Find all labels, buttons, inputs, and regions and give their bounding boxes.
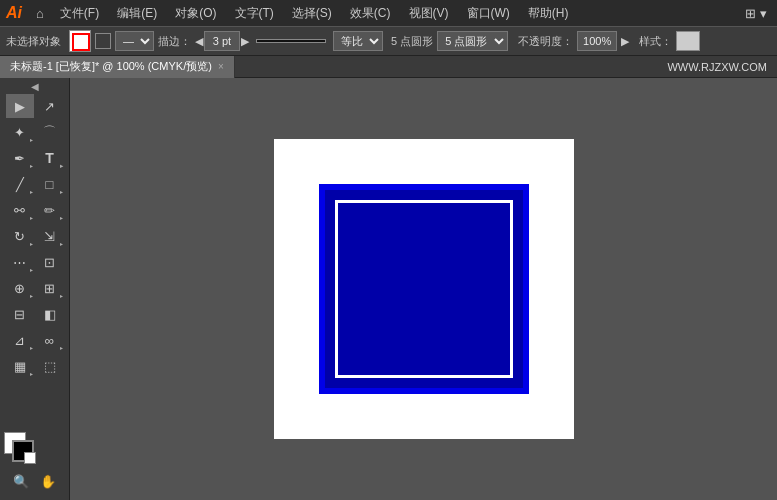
tool-row-5: ⚯▸ ✏▸ xyxy=(0,197,69,223)
view-tool-row: 🔍 ✋ xyxy=(4,468,65,494)
tool-row-11: ▦▸ ⬚ xyxy=(0,353,69,379)
blend-tool-btn[interactable]: ∞▸ xyxy=(36,328,64,352)
artboard xyxy=(274,139,574,439)
tool-row-9: ⊟ ◧ xyxy=(0,301,69,327)
workspace-icon[interactable]: ⊞ ▾ xyxy=(741,4,771,23)
canvas-area[interactable] xyxy=(70,78,777,500)
style-preview[interactable] xyxy=(676,31,700,51)
sidebar-color-section: 🔍 ✋ xyxy=(0,428,69,498)
rotate-tool-btn[interactable]: ↻▸ xyxy=(6,224,34,248)
title-bar: Ai ⌂ 文件(F) 编辑(E) 对象(O) 文字(T) 选择(S) 效果(C)… xyxy=(0,0,777,26)
document-tab[interactable]: 未标题-1 [已恢复]* @ 100% (CMYK/预览) × xyxy=(0,56,235,78)
tab-title: 未标题-1 [已恢复]* @ 100% (CMYK/预览) xyxy=(10,59,212,74)
tool-row-10: ⊿▸ ∞▸ xyxy=(0,327,69,353)
paintbrush-tool-btn[interactable]: ⚯▸ xyxy=(6,198,34,222)
stroke-line-preview xyxy=(256,39,326,43)
main-layout: ◀ ▶ ↗ ✦▸ ⌒ ✒▸ T▸ ╱▸ □▸ ⚯▸ ✏▸ ↻▸ ⇲▸ ⋯▸ ⊡ xyxy=(0,78,777,500)
graph-tool-btn[interactable]: ▦▸ xyxy=(6,354,34,378)
menu-effect[interactable]: 效果(C) xyxy=(344,3,397,24)
magic-wand-tool-btn[interactable]: ✦▸ xyxy=(6,120,34,144)
color-swatches[interactable] xyxy=(4,432,42,464)
line-type-select[interactable]: 等比 xyxy=(333,31,383,51)
zoom-tool-btn[interactable]: 🔍 xyxy=(8,469,34,493)
fill-color-swatch[interactable] xyxy=(69,30,91,52)
menu-text[interactable]: 文字(T) xyxy=(229,3,280,24)
sidebar-collapse-icon[interactable]: ◀ xyxy=(31,81,39,92)
lasso-tool-btn[interactable]: ⌒ xyxy=(36,120,64,144)
line-tool-btn[interactable]: ╱▸ xyxy=(6,172,34,196)
gradient-tool-btn[interactable]: ◧ xyxy=(36,302,64,326)
warp-tool-btn[interactable]: ⋯▸ xyxy=(6,250,34,274)
watermark-text: WWW.RJZXW.COM xyxy=(667,61,777,73)
eyedropper-tool-btn[interactable]: ⊿▸ xyxy=(6,328,34,352)
tool-row-1: ▶ ↗ xyxy=(0,93,69,119)
stroke-type-select[interactable]: — xyxy=(115,31,154,51)
stroke-label: 描边： xyxy=(158,34,191,49)
tool-row-6: ↻▸ ⇲▸ xyxy=(0,223,69,249)
artboard-tool-btn[interactable]: ⬚ xyxy=(36,354,64,378)
menu-file[interactable]: 文件(F) xyxy=(54,3,105,24)
menu-help[interactable]: 帮助(H) xyxy=(522,3,575,24)
menu-window[interactable]: 窗口(W) xyxy=(461,3,516,24)
shape-builder-tool-btn[interactable]: ⊕▸ xyxy=(6,276,34,300)
direct-select-tool-btn[interactable]: ↗ xyxy=(36,94,64,118)
selection-tool-btn[interactable]: ▶ xyxy=(6,94,34,118)
toolbar: 未选择对象 — 描边： ◀ ▶ 等比 5 点圆形 5 点圆形 不透明度： ▶ 样… xyxy=(0,26,777,56)
toolbox-sidebar: ◀ ▶ ↗ ✦▸ ⌒ ✒▸ T▸ ╱▸ □▸ ⚯▸ ✏▸ ↻▸ ⇲▸ ⋯▸ ⊡ xyxy=(0,78,70,500)
hand-tool-btn[interactable]: ✋ xyxy=(36,469,62,493)
mesh-tool-btn[interactable]: ⊟ xyxy=(6,302,34,326)
rectangle-shape[interactable] xyxy=(319,184,529,394)
opacity-input[interactable] xyxy=(577,31,617,51)
menu-view[interactable]: 视图(V) xyxy=(403,3,455,24)
toolbar-no-select: 未选择对象 xyxy=(6,34,61,49)
app-logo: Ai xyxy=(6,4,22,22)
type-tool-btn[interactable]: T▸ xyxy=(36,146,64,170)
menu-object[interactable]: 对象(O) xyxy=(169,3,222,24)
opacity-label: 不透明度： xyxy=(518,34,573,49)
stroke-chevron-left[interactable]: ◀ xyxy=(195,35,203,48)
free-transform-tool-btn[interactable]: ⊡ xyxy=(36,250,64,274)
stroke-chevron-right[interactable]: ▶ xyxy=(241,35,249,48)
opacity-chevron[interactable]: ▶ xyxy=(621,35,629,48)
menu-select[interactable]: 选择(S) xyxy=(286,3,338,24)
point-label: 5 点圆形 xyxy=(391,34,433,49)
home-icon[interactable]: ⌂ xyxy=(32,4,48,23)
tool-row-2: ✦▸ ⌒ xyxy=(0,119,69,145)
tab-bar: 未标题-1 [已恢复]* @ 100% (CMYK/预览) × WWW.RJZX… xyxy=(0,56,777,78)
tool-row-8: ⊕▸ ⊞▸ xyxy=(0,275,69,301)
stroke-value-input[interactable] xyxy=(204,31,240,51)
tool-row-4: ╱▸ □▸ xyxy=(0,171,69,197)
brush-select[interactable]: 5 点圆形 xyxy=(437,31,508,51)
scale-tool-btn[interactable]: ⇲▸ xyxy=(36,224,64,248)
pen-tool-btn[interactable]: ✒▸ xyxy=(6,146,34,170)
rectangle-inner-border xyxy=(335,200,513,378)
tool-row-7: ⋯▸ ⊡ xyxy=(0,249,69,275)
pencil-tool-btn[interactable]: ✏▸ xyxy=(36,198,64,222)
stroke-color-swatch[interactable] xyxy=(95,33,111,49)
tab-close-btn[interactable]: × xyxy=(218,61,224,72)
tool-row-3: ✒▸ T▸ xyxy=(0,145,69,171)
none-swatch[interactable] xyxy=(24,452,36,464)
perspective-tool-btn[interactable]: ⊞▸ xyxy=(36,276,64,300)
rect-tool-btn[interactable]: □▸ xyxy=(36,172,64,196)
menu-edit[interactable]: 编辑(E) xyxy=(111,3,163,24)
style-label: 样式： xyxy=(639,34,672,49)
